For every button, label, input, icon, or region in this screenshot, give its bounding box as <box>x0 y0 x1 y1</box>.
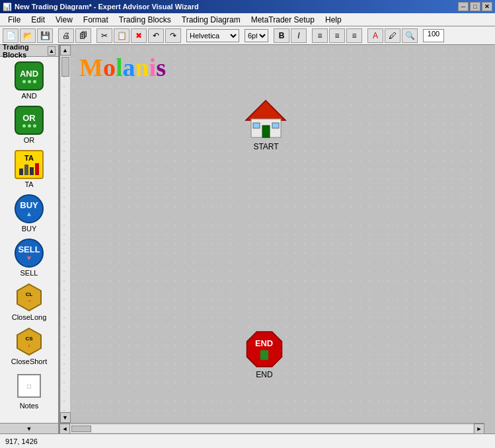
scroll-down-button[interactable]: ▼ <box>60 412 71 423</box>
ta-label: TA <box>24 180 33 188</box>
status-bar: 917, 1426 <box>0 433 495 448</box>
menu-file[interactable]: File <box>3 14 26 26</box>
font-size-select[interactable]: 6pt 8pt 10pt 12pt <box>245 29 268 42</box>
or-icon: OR <box>14 105 44 135</box>
block-and[interactable]: AND AND <box>3 59 56 101</box>
canvas-and-vscroll: Molanis ST <box>59 45 495 423</box>
font-select[interactable]: Helvetica Arial Times New Roman <box>186 29 239 42</box>
canvas-content[interactable]: Molanis ST <box>59 45 484 412</box>
logo-o: o <box>103 54 116 81</box>
sidebar: Trading Blocks ▲ AND AND <box>0 45 59 433</box>
closelong-label: CloseLong <box>12 313 47 321</box>
end-label: END <box>256 370 272 379</box>
block-sell[interactable]: SELL ▼ SELL <box>3 237 56 278</box>
title-bar-left: 📊 New Trading Diagram* - Expert Advisor … <box>3 3 199 11</box>
window-title: New Trading Diagram* - Expert Advisor Vi… <box>15 3 199 11</box>
sidebar-title-label: Trading Blocks <box>3 43 48 59</box>
menu-metatrader-setup[interactable]: MetaTrader Setup <box>246 14 320 26</box>
menu-trading-blocks[interactable]: Trading Blocks <box>114 14 176 26</box>
or-dots <box>22 124 36 128</box>
menu-trading-diagram[interactable]: Trading Diagram <box>176 14 246 26</box>
or-label: OR <box>24 136 35 144</box>
and-icon: AND <box>14 61 44 91</box>
align-left-button[interactable]: ≡ <box>312 28 328 43</box>
horizontal-scrollbar: ◄ ► <box>59 423 484 433</box>
highlight-button[interactable]: 🖊 <box>385 28 400 43</box>
svg-text:END: END <box>255 338 273 348</box>
sidebar-scroll-up[interactable]: ▲ <box>48 46 56 56</box>
font-color-button[interactable]: A <box>367 28 383 43</box>
or-dot-1 <box>22 124 26 128</box>
ta-icon: TA <box>14 149 44 180</box>
svg-rect-6 <box>272 123 279 128</box>
buy-label: BUY <box>22 225 37 233</box>
ta-bar-3 <box>30 167 34 175</box>
open-button[interactable]: 📂 <box>20 28 36 43</box>
scroll-right-button[interactable]: ► <box>474 424 484 434</box>
coordinates-display: 917, 1426 <box>5 437 38 445</box>
end-block[interactable]: END END <box>245 329 284 379</box>
copy-button[interactable]: 📋 <box>114 28 130 43</box>
or-dot-3 <box>33 124 36 128</box>
or-dot-2 <box>28 124 31 128</box>
block-buy[interactable]: BUY ▲ BUY <box>3 192 56 234</box>
bold-button[interactable]: B <box>274 28 289 43</box>
h-scroll-thumb[interactable] <box>71 426 91 432</box>
menu-view[interactable]: View <box>50 14 78 26</box>
save-button[interactable]: 💾 <box>37 28 53 43</box>
scroll-left-button[interactable]: ◄ <box>59 424 70 434</box>
undo-button[interactable]: ↶ <box>148 28 164 43</box>
align-right-button[interactable]: ≡ <box>346 28 362 43</box>
block-ta[interactable]: TA TA <box>3 148 56 190</box>
closeshort-label: CloseShort <box>11 357 47 365</box>
and-dots <box>22 80 36 83</box>
title-bar-buttons: ─ □ ✕ <box>458 2 492 11</box>
new-button[interactable]: 📄 <box>3 28 19 43</box>
redo-button[interactable]: ↷ <box>165 28 181 43</box>
svg-marker-2 <box>246 100 286 120</box>
stop-sign-svg: END <box>245 328 284 371</box>
closelong-icon: CL → <box>14 282 44 313</box>
and-dot-2 <box>28 80 31 83</box>
buy-block-shape: BUY ▲ <box>15 194 44 223</box>
minimize-button[interactable]: ─ <box>458 2 469 11</box>
italic-button[interactable]: I <box>291 28 307 43</box>
closeshort-icon: CS ↓ <box>14 326 44 357</box>
closelong-hex: CL → <box>15 283 44 312</box>
h-scroll-track[interactable] <box>71 425 473 433</box>
menu-edit[interactable]: Edit <box>26 14 50 26</box>
app-icon: 📊 <box>3 3 12 11</box>
closeshort-text: CS ↓ <box>25 336 32 348</box>
ta-block-shape: TA <box>15 150 44 179</box>
block-notes[interactable]: □ Notes <box>3 369 56 411</box>
menu-help[interactable]: Help <box>320 14 347 26</box>
ta-bar-4 <box>35 163 39 175</box>
buy-icon: BUY ▲ <box>14 194 44 224</box>
sidebar-items: AND AND OR <box>0 57 58 423</box>
sidebar-scroll-down[interactable]: ▼ <box>0 423 58 433</box>
closeshort-hex: CS ↓ <box>15 327 44 356</box>
menu-format[interactable]: Format <box>78 14 114 26</box>
cut-button[interactable]: ✂ <box>96 28 112 43</box>
svg-marker-7 <box>247 332 282 367</box>
block-closeshort[interactable]: CS ↓ CloseShort <box>3 325 56 367</box>
svg-rect-9 <box>260 350 268 359</box>
logo-n: n <box>135 54 149 81</box>
delete-button[interactable]: ✖ <box>131 28 147 43</box>
zoom-level[interactable]: 100 <box>423 29 444 42</box>
start-block[interactable]: START <box>245 98 287 151</box>
logo-s: s <box>156 54 166 81</box>
maximize-button[interactable]: □ <box>470 2 480 11</box>
ta-bar-2 <box>24 165 28 175</box>
block-or[interactable]: OR OR <box>3 104 56 145</box>
zoom-button[interactable]: 🔍 <box>402 28 418 43</box>
toolbar: 📄 📂 💾 🖨 🗐 ✂ 📋 ✖ ↶ ↷ Helvetica Arial Time… <box>0 26 495 45</box>
logo-l: l <box>116 54 123 81</box>
and-dot-3 <box>33 80 36 83</box>
close-button[interactable]: ✕ <box>482 2 492 11</box>
align-center-button[interactable]: ≡ <box>329 28 345 43</box>
block-closelong[interactable]: CL → CloseLong <box>3 281 56 322</box>
print-button[interactable]: 🖨 <box>58 28 74 43</box>
print-preview-button[interactable]: 🗐 <box>75 28 91 43</box>
molanis-logo: Molanis <box>79 53 166 82</box>
